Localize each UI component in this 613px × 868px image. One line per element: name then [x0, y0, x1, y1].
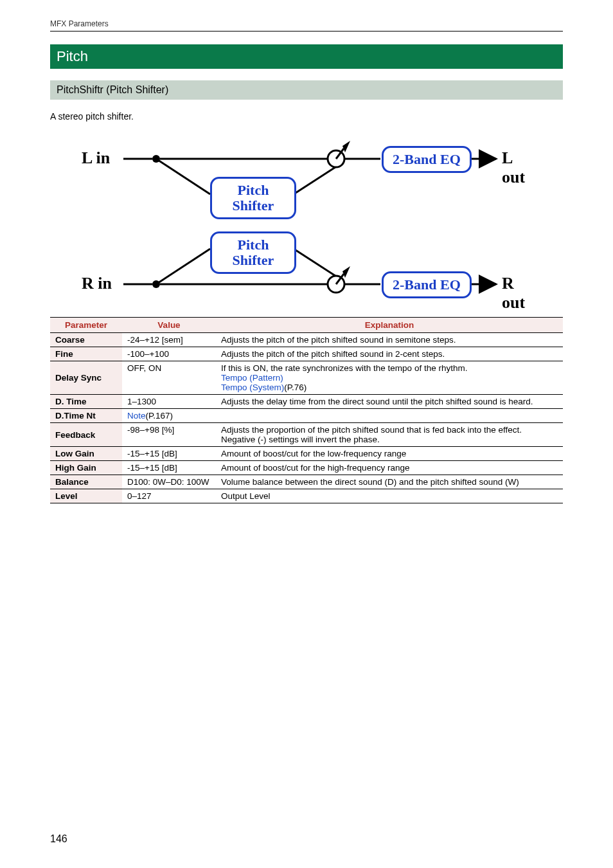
svg-line-10 — [156, 249, 210, 284]
table-row: Level 0–127 Output Level — [50, 489, 563, 503]
label-r-in: R in — [82, 274, 112, 293]
table-header-row: Parameter Value Explanation — [50, 318, 563, 333]
intro-text: A stereo pitch shifter. — [50, 111, 563, 122]
table-row: Balance D100: 0W–D0: 100W Volume balance… — [50, 475, 563, 489]
col-parameter: Parameter — [50, 318, 122, 333]
parameter-table: Parameter Value Explanation Coarse -24–+… — [50, 317, 563, 503]
box-pitch-shifter-1: PitchShifter — [210, 177, 296, 219]
table-row: Delay Sync OFF, ON If this is ON, the ra… — [50, 361, 563, 395]
col-explanation: Explanation — [216, 318, 563, 333]
link-tempo-pattern[interactable]: Tempo (Pattern) — [221, 373, 558, 383]
box-eq-1: 2-Band EQ — [382, 146, 472, 173]
label-r-out: R out — [502, 274, 538, 312]
table-row: High Gain -15–+15 [dB] Amount of boost/c… — [50, 461, 563, 475]
link-note[interactable]: Note — [127, 411, 146, 420]
svg-line-4 — [294, 167, 335, 194]
svg-line-11 — [294, 249, 335, 276]
subsection-heading: PitchShiftr (Pitch Shifter) — [50, 80, 563, 100]
table-row: Feedback -98–+98 [%] Adjusts the proport… — [50, 423, 563, 447]
running-header: MFX Parameters — [50, 19, 563, 28]
document-page: MFX Parameters Pitch PitchShiftr (Pitch … — [0, 0, 613, 868]
table-row: Low Gain -15–+15 [dB] Amount of boost/cu… — [50, 447, 563, 461]
signal-flow-diagram: L in R in L out R out PitchShifter Pitch… — [75, 127, 538, 307]
svg-line-3 — [156, 159, 210, 194]
link-tempo-system[interactable]: Tempo (System) — [221, 383, 284, 392]
section-heading: Pitch — [50, 44, 563, 69]
col-value: Value — [122, 318, 216, 333]
table-row: Fine -100–+100 Adjusts the pitch of the … — [50, 347, 563, 361]
page-number: 146 — [50, 833, 67, 845]
box-pitch-shifter-2: PitchShifter — [210, 231, 296, 274]
header-rule — [50, 31, 563, 32]
table-row: D.Time Nt Note(P.167) — [50, 409, 563, 423]
label-l-in: L in — [82, 149, 110, 168]
box-eq-2: 2-Band EQ — [382, 271, 472, 298]
table-row: D. Time 1–1300 Adjusts the delay time fr… — [50, 395, 563, 409]
label-l-out: L out — [502, 149, 538, 187]
table-row: Coarse -24–+12 [sem] Adjusts the pitch o… — [50, 333, 563, 347]
